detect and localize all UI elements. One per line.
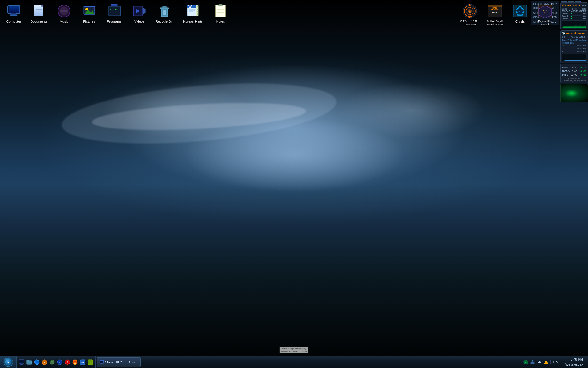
beyond-the-sword-label: Beyond theSword [538,20,552,26]
notes-icon[interactable]: Notes [208,2,233,25]
programs-icon[interactable]: > run _ Programs [102,2,126,25]
svg-text:OF DUTY: OF DUTY [491,9,499,11]
ql-media[interactable] [41,358,48,366]
gpu-widget [560,84,588,102]
music-label: Music [60,20,69,24]
ql-word[interactable]: W [79,358,86,366]
core1-bar [571,13,581,14]
svg-text:!: ! [546,361,547,364]
core2-row: Core 2 0% [562,15,586,17]
cpu-widget-title: ⚙ CPU Usage 0% [562,4,586,7]
svg-rect-89 [27,362,31,362]
network-ip-row: IP: 71.197.226.54 [562,36,586,38]
ql-network[interactable]: e [56,358,63,366]
stocks-source: Quotes by IDC Comstock, 20 min delay [562,77,586,82]
cod-icon[interactable]: CALL OF DUTY WaW Call of Duty®World at W… [483,2,507,28]
language-indicator[interactable]: EN [550,360,561,364]
documents-icon[interactable]: Documents [27,2,51,25]
taskbar-items: Show Off Your Desk... [96,356,521,368]
network-download-row: ▼ 0.000b/s [562,44,586,47]
svg-marker-120 [538,361,540,364]
svg-rect-85 [20,363,23,364]
svg-line-118 [531,360,533,361]
network-total-row: ◆ 0.000b/s [562,50,586,53]
active-window-button[interactable]: Show Off Your Desk... [97,357,141,367]
desktop-icons-games: ☢ S.T.A.L.K.E.R. -Clear Sky CALL OF DUTY… [458,2,557,28]
stock-amd: AMD 3.02 +0.10 [562,66,586,69]
svg-text:WaW: WaW [492,12,498,14]
recycle-bin-label: Recycle Bin [156,20,173,24]
ql-browser[interactable] [48,358,56,366]
computer-icon[interactable]: Computer [2,2,26,25]
network-meter-widget: 📡 Network Meter IP: 71.197.226.54 Ext. I… [560,30,588,63]
cpu-graph-line [562,25,586,28]
crysis-icon[interactable]: C Crysis [508,2,532,28]
notes-label: Notes [216,20,225,24]
pictures-icon[interactable]: Pictures [77,2,101,25]
svg-point-20 [85,8,88,10]
core3-row: Core 3 0% [562,17,586,20]
quick-launch-bar: e ! 🔥 W [17,356,96,368]
svg-point-48 [197,9,198,10]
music-icon[interactable]: Music [52,2,76,25]
ql-ie[interactable] [33,358,40,366]
svg-text:CIV: CIV [543,9,547,12]
stalker-label: S.T.A.L.K.E.R. -Clear Sky [460,20,479,26]
taskbar: ⊞ [0,356,588,368]
recycle-bin-icon[interactable]: Recycle Bin [152,2,177,25]
ql-file-manager[interactable] [25,358,33,366]
svg-rect-3 [10,15,17,16]
tray-kaspersky[interactable]: K [523,360,528,365]
system-tray: K [521,356,588,368]
svg-rect-34 [163,6,166,8]
desktop-icons-left: Computer [2,2,177,25]
ql-fire[interactable]: 🔥 [71,358,79,366]
stock-nvda: NVDA 8.00 +0.09 [562,70,586,73]
programs-label: Programs [107,20,122,24]
svg-point-49 [197,11,198,12]
ql-show-desktop[interactable] [18,358,25,366]
net-graph-line [562,59,586,61]
svg-marker-29 [143,8,145,14]
crysis-label: Crysis [515,20,525,24]
videos-label: Videos [134,20,144,24]
svg-rect-86 [20,364,23,365]
core2-bar [571,15,581,17]
stock-intc: INTC 13.03 +0.30 [562,73,586,76]
svg-text:e: e [59,361,60,364]
ql-antivirus[interactable]: ! [64,358,71,366]
svg-text:W: W [188,5,192,9]
start-button[interactable]: ⊞ [0,356,17,368]
svg-rect-52 [219,4,222,6]
tray-volume[interactable] [537,360,542,365]
svg-text:⊞: ⊞ [7,361,9,364]
gpu-swirl [561,84,588,102]
cpu-usage-widget: ⚙ CPU Usage 0% UsedFreeTotal 1637MB 1433… [560,2,588,29]
documents-label: Documents [30,20,47,24]
computer-label: Computer [6,20,21,24]
svg-rect-84 [19,360,24,363]
stalker-icon[interactable]: ☢ S.T.A.L.K.E.R. -Clear Sky [458,2,482,28]
tray-alert[interactable]: ! [544,360,548,365]
network-widget-title: 📡 Network Meter [562,32,586,35]
videos-icon[interactable]: Videos [127,2,152,25]
cpu-graph [562,20,586,28]
tray-network[interactable] [530,360,535,365]
desktop-icons-middle: W Korean Hints [181,2,233,25]
clock[interactable]: 6:48 PM Wednesday [563,357,586,367]
svg-rect-115 [531,362,534,364]
stocks-widget: AMD 3.02 +0.10 NVDA 8.00 +0.09 INTC 13.0… [560,64,588,83]
beyond-the-sword-icon[interactable]: CIV IV Beyond theSword [533,2,557,28]
core1-row: Core 1 0% [562,13,586,15]
svg-line-119 [533,360,534,361]
mem-row-header: UsedFreeTotal [562,8,586,10]
svg-text:_: _ [109,11,111,13]
svg-point-47 [197,6,198,7]
svg-rect-88 [27,360,29,361]
svg-text:☢: ☢ [469,11,471,13]
korean-hints-icon[interactable]: W Korean Hints [181,2,205,25]
svg-point-99 [51,362,53,363]
svg-rect-112 [100,361,103,363]
svg-text:🔥: 🔥 [74,361,77,364]
ql-utorrent[interactable]: µ [87,358,94,366]
